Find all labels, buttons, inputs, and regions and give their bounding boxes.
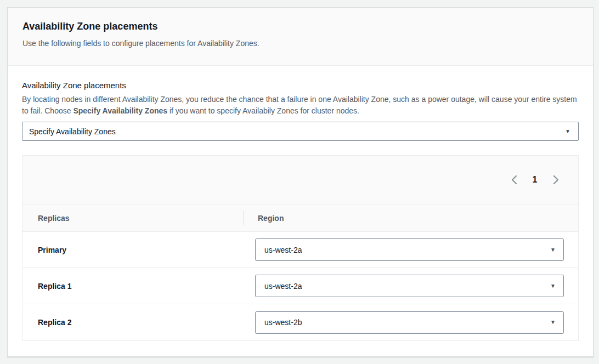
- column-header-replicas: Replicas: [22, 214, 243, 223]
- column-divider: [243, 211, 244, 225]
- replicas-table: 1 Replicas Region Primary us-w: [22, 155, 579, 341]
- field-description-tail: if you want to specify Availabily Zones …: [167, 106, 359, 115]
- availability-zone-placements-panel: Availability Zone placements Use the fol…: [7, 7, 594, 357]
- region-select-value: us-west-2b: [264, 318, 302, 327]
- chevron-left-icon: [511, 175, 518, 185]
- caret-down-icon: ▼: [565, 129, 570, 134]
- region-select-replica-2[interactable]: us-west-2b ▼: [255, 311, 564, 334]
- panel-header: Availability Zone placements Use the fol…: [8, 8, 593, 66]
- pagination: 1: [22, 156, 578, 204]
- chevron-right-icon: [552, 175, 560, 185]
- region-select-primary[interactable]: us-west-2a ▼: [255, 238, 564, 261]
- panel-subtitle: Use the following fields to configure pl…: [22, 38, 578, 49]
- table-row-primary: Primary us-west-2a ▼: [22, 232, 578, 268]
- column-header-region: Region: [243, 211, 578, 225]
- region-select-value: us-west-2a: [264, 282, 302, 291]
- column-header-region-label: Region: [258, 214, 284, 223]
- caret-down-icon: ▼: [550, 247, 556, 253]
- caret-down-icon: ▼: [550, 283, 556, 289]
- field-description-bold: Specify Availability Zones: [73, 106, 167, 115]
- replica-name: Replica 1: [22, 282, 243, 291]
- table-header-row: Replicas Region: [22, 204, 578, 232]
- current-page-button[interactable]: 1: [528, 173, 542, 187]
- panel-title: Availability Zone placements: [22, 19, 578, 33]
- region-cell: us-west-2a ▼: [243, 238, 578, 261]
- region-cell: us-west-2b ▼: [243, 311, 578, 334]
- field-description: By locating nodes in different Availabil…: [22, 94, 579, 117]
- az-placement-field: Availability Zone placements By locating…: [22, 80, 579, 141]
- region-select-replica-1[interactable]: us-west-2a ▼: [255, 275, 564, 297]
- replica-name: Replica 2: [22, 318, 243, 327]
- az-placement-select[interactable]: Specify Availability Zones ▼: [22, 122, 579, 141]
- region-select-value: us-west-2a: [264, 246, 302, 254]
- field-label: Availability Zone placements: [22, 80, 579, 91]
- az-placement-select-value: Specify Availability Zones: [29, 127, 116, 136]
- panel-body: Availability Zone placements By locating…: [8, 66, 593, 354]
- replica-name: Primary: [22, 246, 243, 254]
- next-page-button[interactable]: [549, 173, 563, 187]
- caret-down-icon: ▼: [550, 320, 556, 325]
- table-row-replica-1: Replica 1 us-west-2a ▼: [22, 268, 578, 304]
- region-cell: us-west-2a ▼: [243, 275, 578, 297]
- table-row-replica-2: Replica 2 us-west-2b ▼: [22, 304, 578, 340]
- previous-page-button[interactable]: [507, 173, 521, 187]
